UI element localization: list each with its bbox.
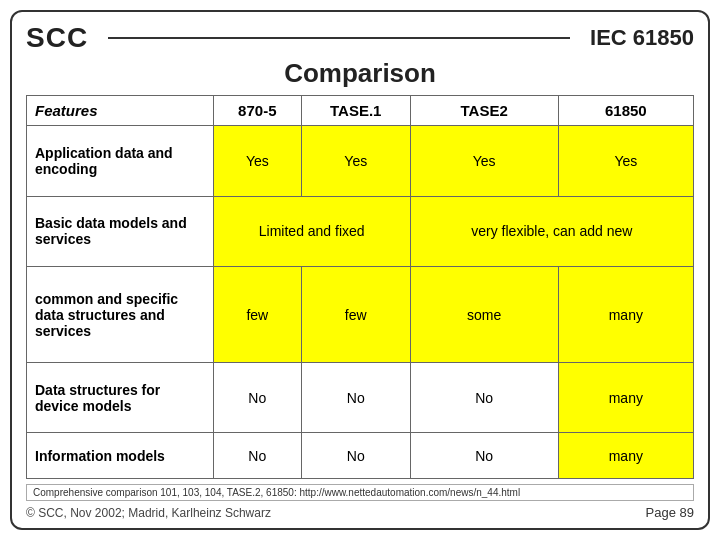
data-cell: some <box>410 267 558 363</box>
header-bar: SCC IEC 61850 <box>26 22 694 54</box>
data-cell: No <box>213 433 301 479</box>
iec-title: IEC 61850 <box>590 25 694 51</box>
data-cell: few <box>213 267 301 363</box>
table-row: Information models No No No many <box>27 433 694 479</box>
col-header-features: Features <box>27 96 214 126</box>
data-cell: No <box>301 433 410 479</box>
data-cell: many <box>558 362 693 433</box>
main-container: SCC IEC 61850 Comparison Features 870-5 … <box>10 10 710 530</box>
col-header-870: 870-5 <box>213 96 301 126</box>
feature-cell: Basic data models and services <box>27 196 214 267</box>
data-cell: many <box>558 433 693 479</box>
data-cell: No <box>410 362 558 433</box>
header-separator <box>108 37 570 39</box>
page-number: Page 89 <box>646 505 694 520</box>
feature-cell: Information models <box>27 433 214 479</box>
table-row: Basic data models and services Limited a… <box>27 196 694 267</box>
data-cell: Yes <box>558 126 693 197</box>
table-header-row: Features 870-5 TASE.1 TASE2 61850 <box>27 96 694 126</box>
data-cell: Yes <box>301 126 410 197</box>
data-cell: No <box>301 362 410 433</box>
col-header-tase2: TASE2 <box>410 96 558 126</box>
comparison-table: Features 870-5 TASE.1 TASE2 61850 Applic… <box>26 95 694 479</box>
data-cell-span2: very flexible, can add new <box>410 196 693 267</box>
table-row: Application data and encoding Yes Yes Ye… <box>27 126 694 197</box>
bottom-bar: © SCC, Nov 2002; Madrid, Karlheinz Schwa… <box>26 505 694 520</box>
col-header-61850: 61850 <box>558 96 693 126</box>
table-row: common and specific data structures and … <box>27 267 694 363</box>
data-cell: many <box>558 267 693 363</box>
data-cell: Yes <box>213 126 301 197</box>
page-title: Comparison <box>26 58 694 89</box>
data-cell: Yes <box>410 126 558 197</box>
data-cell-span: Limited and fixed <box>213 196 410 267</box>
data-cell: No <box>410 433 558 479</box>
data-cell: No <box>213 362 301 433</box>
copyright-text: © SCC, Nov 2002; Madrid, Karlheinz Schwa… <box>26 506 271 520</box>
feature-cell: common and specific data structures and … <box>27 267 214 363</box>
data-cell: few <box>301 267 410 363</box>
feature-cell: Data structures for device models <box>27 362 214 433</box>
table-row: Data structures for device models No No … <box>27 362 694 433</box>
col-header-tase1: TASE.1 <box>301 96 410 126</box>
footer-note: Comprehensive comparison 101, 103, 104, … <box>26 484 694 501</box>
logo: SCC <box>26 22 88 54</box>
feature-cell: Application data and encoding <box>27 126 214 197</box>
